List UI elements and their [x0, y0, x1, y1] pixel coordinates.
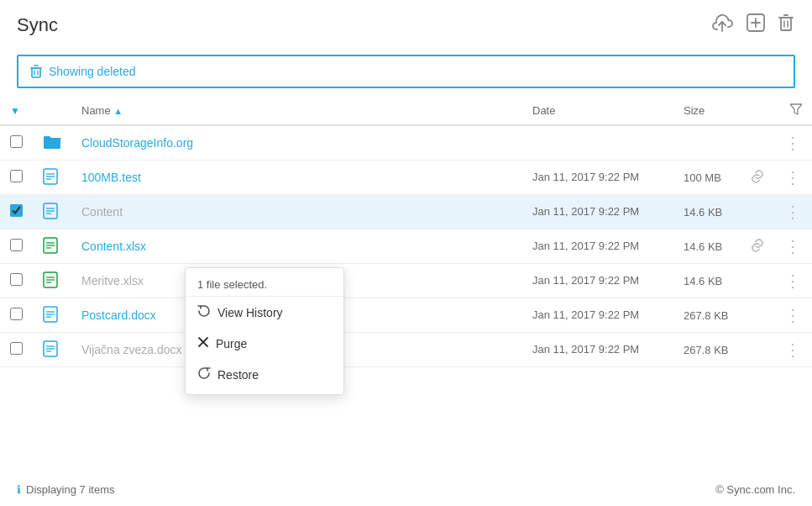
footer: ℹ Displaying 7 items © Sync.com Inc.	[17, 483, 795, 496]
row-more[interactable]: ⋮	[774, 161, 812, 195]
showing-deleted-banner: Showing deleted	[17, 55, 795, 88]
more-options-icon[interactable]: ⋮	[784, 340, 802, 359]
row-checkbox-cell[interactable]	[0, 195, 33, 229]
row-size: 267.8 KB	[673, 298, 741, 333]
th-name[interactable]: Name ▲	[71, 97, 522, 125]
row-more[interactable]: ⋮	[774, 229, 812, 264]
row-size	[673, 125, 741, 161]
history-icon	[197, 304, 211, 321]
row-date: Jan 11, 2017 9:22 PM	[522, 229, 673, 264]
sort-icon[interactable]: ▼	[10, 105, 20, 117]
row-checkbox[interactable]	[10, 308, 23, 320]
more-options-icon[interactable]: ⋮	[784, 168, 802, 187]
row-date: Jan 11, 2017 9:22 PM	[522, 298, 673, 333]
more-options-icon[interactable]: ⋮	[784, 237, 802, 256]
more-options-icon[interactable]: ⋮	[784, 271, 802, 290]
app-header: Sync	[0, 0, 812, 46]
row-checkbox[interactable]	[10, 170, 23, 182]
context-restore[interactable]: Restore	[186, 359, 343, 391]
row-date: Jan 11, 2017 9:22 PM	[522, 333, 673, 367]
table-row: Postcard.docx Jan 11, 2017 9:22 PM 267.8…	[0, 298, 812, 333]
row-more[interactable]: ⋮	[774, 298, 812, 333]
table-row: Meritve.xlsx Jan 11, 2017 9:22 PM 14.6 K…	[0, 264, 812, 298]
file-rows: CloudStorageInfo.org ⋮ 100MB.tes	[0, 125, 812, 367]
row-name[interactable]: CloudStorageInfo.org	[71, 125, 522, 161]
restore-icon	[197, 366, 211, 383]
row-checkbox-cell[interactable]	[0, 333, 33, 367]
row-checkbox[interactable]	[10, 135, 23, 148]
row-checkbox-cell[interactable]	[0, 125, 33, 161]
delete-button[interactable]	[777, 12, 795, 38]
row-checkbox[interactable]	[10, 204, 23, 217]
header-actions	[710, 12, 795, 38]
row-name[interactable]: Content.xlsx	[71, 229, 522, 264]
row-checkbox[interactable]	[10, 239, 23, 251]
row-size: 14.6 KB	[673, 195, 741, 229]
upload-button[interactable]	[710, 12, 735, 38]
context-menu-header: 1 file selected.	[186, 271, 343, 297]
footer-info: ℹ Displaying 7 items	[17, 483, 115, 496]
row-checkbox[interactable]	[10, 342, 23, 355]
svg-rect-8	[32, 68, 40, 77]
row-checkbox-cell[interactable]	[0, 264, 33, 298]
context-view-history-label: View History	[217, 306, 283, 319]
svg-marker-12	[790, 104, 802, 114]
context-view-history[interactable]: View History	[186, 297, 343, 329]
more-options-icon[interactable]: ⋮	[784, 134, 802, 152]
row-size: 14.6 KB	[673, 264, 741, 298]
th-filter[interactable]	[774, 97, 812, 125]
row-icon	[33, 161, 71, 195]
row-checkbox-cell[interactable]	[0, 298, 33, 333]
row-size: 267.8 KB	[673, 333, 741, 367]
file-table: ▼ Name ▲ Date Size	[0, 97, 812, 367]
svg-rect-4	[781, 18, 791, 30]
table-row: Content Jan 11, 2017 9:22 PM 14.6 KB ⋮	[0, 195, 812, 229]
row-link[interactable]	[741, 161, 774, 195]
context-restore-label: Restore	[217, 368, 259, 382]
add-button[interactable]	[745, 12, 767, 38]
row-icon	[33, 125, 71, 161]
th-size: Size	[673, 97, 741, 125]
row-icon	[33, 298, 71, 333]
file-list: ▼ Name ▲ Date Size	[0, 97, 812, 418]
row-icon	[33, 229, 71, 264]
row-date: Jan 11, 2017 9:22 PM	[522, 195, 673, 229]
context-menu: 1 file selected. View History Purge Rest	[185, 267, 344, 395]
row-name[interactable]: Content	[71, 195, 522, 229]
row-checkbox-cell[interactable]	[0, 161, 33, 195]
name-sort-icon: ▲	[113, 106, 123, 116]
row-icon	[33, 264, 71, 298]
row-date	[522, 125, 673, 161]
row-date: Jan 11, 2017 9:22 PM	[522, 161, 673, 195]
row-icon	[33, 333, 71, 367]
table-row: CloudStorageInfo.org ⋮	[0, 125, 812, 161]
info-icon: ℹ	[17, 483, 21, 496]
row-checkbox-cell[interactable]	[0, 229, 33, 264]
th-icon-spacer	[33, 97, 71, 125]
context-purge-label: Purge	[216, 337, 247, 351]
row-size: 14.6 KB	[673, 229, 741, 264]
table-row: Content.xlsx Jan 11, 2017 9:22 PM 14.6 K…	[0, 229, 812, 264]
row-link[interactable]	[741, 229, 774, 264]
row-more[interactable]: ⋮	[774, 264, 812, 298]
banner-text: Showing deleted	[49, 65, 136, 78]
row-checkbox[interactable]	[10, 273, 23, 286]
x-icon	[197, 336, 209, 351]
row-link	[741, 298, 774, 333]
th-date: Date	[522, 97, 673, 125]
context-purge[interactable]: Purge	[186, 329, 343, 359]
row-size: 100 MB	[673, 161, 741, 195]
row-more[interactable]: ⋮	[774, 125, 812, 161]
th-link-spacer	[741, 97, 774, 125]
app-title: Sync	[17, 14, 58, 36]
row-link	[741, 125, 774, 161]
row-more[interactable]: ⋮	[774, 333, 812, 367]
more-options-icon[interactable]: ⋮	[784, 306, 802, 324]
row-link	[741, 195, 774, 229]
th-sort: ▼	[0, 97, 33, 125]
row-icon	[33, 195, 71, 229]
row-more[interactable]: ⋮	[774, 195, 812, 229]
more-options-icon[interactable]: ⋮	[784, 203, 802, 221]
row-link	[741, 333, 774, 367]
row-name[interactable]: 100MB.test	[71, 161, 522, 195]
